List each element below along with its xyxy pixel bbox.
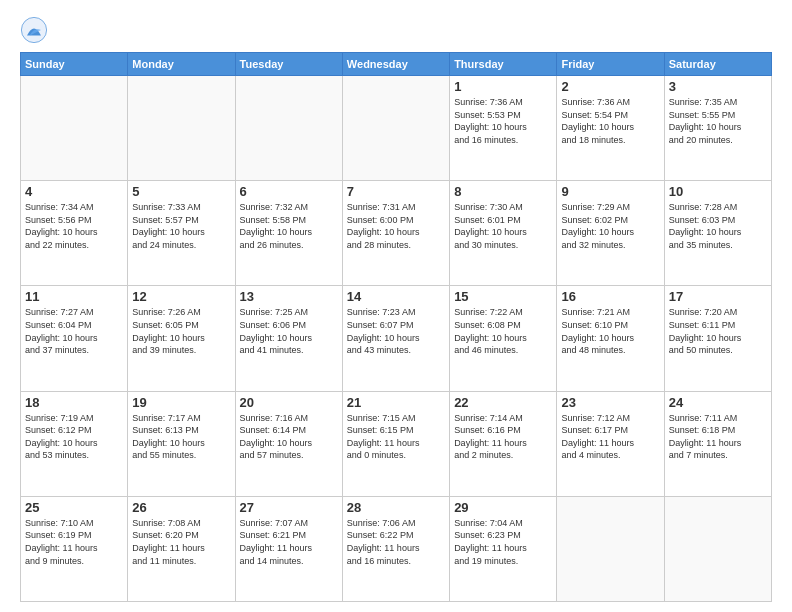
calendar-cell: 16Sunrise: 7:21 AM Sunset: 6:10 PM Dayli… — [557, 286, 664, 391]
day-number: 14 — [347, 289, 445, 304]
calendar-cell: 8Sunrise: 7:30 AM Sunset: 6:01 PM Daylig… — [450, 181, 557, 286]
day-number: 4 — [25, 184, 123, 199]
calendar-header-row: SundayMondayTuesdayWednesdayThursdayFrid… — [21, 53, 772, 76]
calendar-cell: 20Sunrise: 7:16 AM Sunset: 6:14 PM Dayli… — [235, 391, 342, 496]
calendar-cell: 18Sunrise: 7:19 AM Sunset: 6:12 PM Dayli… — [21, 391, 128, 496]
day-info: Sunrise: 7:35 AM Sunset: 5:55 PM Dayligh… — [669, 96, 767, 146]
day-number: 11 — [25, 289, 123, 304]
day-info: Sunrise: 7:36 AM Sunset: 5:54 PM Dayligh… — [561, 96, 659, 146]
calendar-cell: 19Sunrise: 7:17 AM Sunset: 6:13 PM Dayli… — [128, 391, 235, 496]
week-row: 25Sunrise: 7:10 AM Sunset: 6:19 PM Dayli… — [21, 496, 772, 601]
day-number: 17 — [669, 289, 767, 304]
day-number: 24 — [669, 395, 767, 410]
calendar-cell: 17Sunrise: 7:20 AM Sunset: 6:11 PM Dayli… — [664, 286, 771, 391]
day-number: 1 — [454, 79, 552, 94]
day-number: 9 — [561, 184, 659, 199]
day-number: 13 — [240, 289, 338, 304]
calendar-day-header: Sunday — [21, 53, 128, 76]
calendar-day-header: Friday — [557, 53, 664, 76]
week-row: 1Sunrise: 7:36 AM Sunset: 5:53 PM Daylig… — [21, 76, 772, 181]
calendar-cell: 3Sunrise: 7:35 AM Sunset: 5:55 PM Daylig… — [664, 76, 771, 181]
day-info: Sunrise: 7:19 AM Sunset: 6:12 PM Dayligh… — [25, 412, 123, 462]
day-info: Sunrise: 7:30 AM Sunset: 6:01 PM Dayligh… — [454, 201, 552, 251]
day-number: 10 — [669, 184, 767, 199]
day-number: 15 — [454, 289, 552, 304]
calendar-cell: 24Sunrise: 7:11 AM Sunset: 6:18 PM Dayli… — [664, 391, 771, 496]
day-info: Sunrise: 7:23 AM Sunset: 6:07 PM Dayligh… — [347, 306, 445, 356]
day-number: 29 — [454, 500, 552, 515]
calendar-cell — [664, 496, 771, 601]
day-number: 19 — [132, 395, 230, 410]
day-info: Sunrise: 7:15 AM Sunset: 6:15 PM Dayligh… — [347, 412, 445, 462]
day-number: 28 — [347, 500, 445, 515]
day-info: Sunrise: 7:07 AM Sunset: 6:21 PM Dayligh… — [240, 517, 338, 567]
day-info: Sunrise: 7:20 AM Sunset: 6:11 PM Dayligh… — [669, 306, 767, 356]
day-number: 25 — [25, 500, 123, 515]
day-info: Sunrise: 7:31 AM Sunset: 6:00 PM Dayligh… — [347, 201, 445, 251]
day-info: Sunrise: 7:16 AM Sunset: 6:14 PM Dayligh… — [240, 412, 338, 462]
day-info: Sunrise: 7:06 AM Sunset: 6:22 PM Dayligh… — [347, 517, 445, 567]
calendar-table: SundayMondayTuesdayWednesdayThursdayFrid… — [20, 52, 772, 602]
day-info: Sunrise: 7:11 AM Sunset: 6:18 PM Dayligh… — [669, 412, 767, 462]
calendar-cell: 6Sunrise: 7:32 AM Sunset: 5:58 PM Daylig… — [235, 181, 342, 286]
day-number: 7 — [347, 184, 445, 199]
day-number: 12 — [132, 289, 230, 304]
day-info: Sunrise: 7:22 AM Sunset: 6:08 PM Dayligh… — [454, 306, 552, 356]
day-number: 26 — [132, 500, 230, 515]
day-info: Sunrise: 7:08 AM Sunset: 6:20 PM Dayligh… — [132, 517, 230, 567]
day-info: Sunrise: 7:25 AM Sunset: 6:06 PM Dayligh… — [240, 306, 338, 356]
calendar-day-header: Saturday — [664, 53, 771, 76]
calendar-cell: 1Sunrise: 7:36 AM Sunset: 5:53 PM Daylig… — [450, 76, 557, 181]
day-info: Sunrise: 7:36 AM Sunset: 5:53 PM Dayligh… — [454, 96, 552, 146]
day-number: 2 — [561, 79, 659, 94]
day-info: Sunrise: 7:27 AM Sunset: 6:04 PM Dayligh… — [25, 306, 123, 356]
calendar-cell: 26Sunrise: 7:08 AM Sunset: 6:20 PM Dayli… — [128, 496, 235, 601]
calendar-cell — [557, 496, 664, 601]
day-info: Sunrise: 7:26 AM Sunset: 6:05 PM Dayligh… — [132, 306, 230, 356]
day-number: 20 — [240, 395, 338, 410]
week-row: 18Sunrise: 7:19 AM Sunset: 6:12 PM Dayli… — [21, 391, 772, 496]
calendar-cell: 23Sunrise: 7:12 AM Sunset: 6:17 PM Dayli… — [557, 391, 664, 496]
day-number: 27 — [240, 500, 338, 515]
week-row: 4Sunrise: 7:34 AM Sunset: 5:56 PM Daylig… — [21, 181, 772, 286]
day-number: 5 — [132, 184, 230, 199]
day-number: 3 — [669, 79, 767, 94]
calendar-cell — [342, 76, 449, 181]
calendar-cell: 22Sunrise: 7:14 AM Sunset: 6:16 PM Dayli… — [450, 391, 557, 496]
day-info: Sunrise: 7:32 AM Sunset: 5:58 PM Dayligh… — [240, 201, 338, 251]
calendar-cell — [128, 76, 235, 181]
calendar-cell: 14Sunrise: 7:23 AM Sunset: 6:07 PM Dayli… — [342, 286, 449, 391]
page: SundayMondayTuesdayWednesdayThursdayFrid… — [0, 0, 792, 612]
day-number: 23 — [561, 395, 659, 410]
calendar-cell — [21, 76, 128, 181]
day-number: 22 — [454, 395, 552, 410]
day-info: Sunrise: 7:28 AM Sunset: 6:03 PM Dayligh… — [669, 201, 767, 251]
day-info: Sunrise: 7:12 AM Sunset: 6:17 PM Dayligh… — [561, 412, 659, 462]
calendar-cell: 2Sunrise: 7:36 AM Sunset: 5:54 PM Daylig… — [557, 76, 664, 181]
calendar-cell: 27Sunrise: 7:07 AM Sunset: 6:21 PM Dayli… — [235, 496, 342, 601]
calendar-cell: 28Sunrise: 7:06 AM Sunset: 6:22 PM Dayli… — [342, 496, 449, 601]
day-number: 8 — [454, 184, 552, 199]
day-info: Sunrise: 7:17 AM Sunset: 6:13 PM Dayligh… — [132, 412, 230, 462]
calendar-cell: 11Sunrise: 7:27 AM Sunset: 6:04 PM Dayli… — [21, 286, 128, 391]
calendar-day-header: Monday — [128, 53, 235, 76]
day-number: 16 — [561, 289, 659, 304]
calendar-cell: 25Sunrise: 7:10 AM Sunset: 6:19 PM Dayli… — [21, 496, 128, 601]
calendar-cell: 9Sunrise: 7:29 AM Sunset: 6:02 PM Daylig… — [557, 181, 664, 286]
calendar-cell: 13Sunrise: 7:25 AM Sunset: 6:06 PM Dayli… — [235, 286, 342, 391]
calendar-cell — [235, 76, 342, 181]
calendar-cell: 7Sunrise: 7:31 AM Sunset: 6:00 PM Daylig… — [342, 181, 449, 286]
calendar-cell: 4Sunrise: 7:34 AM Sunset: 5:56 PM Daylig… — [21, 181, 128, 286]
calendar-cell: 5Sunrise: 7:33 AM Sunset: 5:57 PM Daylig… — [128, 181, 235, 286]
day-info: Sunrise: 7:33 AM Sunset: 5:57 PM Dayligh… — [132, 201, 230, 251]
logo — [20, 16, 52, 44]
day-info: Sunrise: 7:34 AM Sunset: 5:56 PM Dayligh… — [25, 201, 123, 251]
calendar-day-header: Tuesday — [235, 53, 342, 76]
calendar-cell: 15Sunrise: 7:22 AM Sunset: 6:08 PM Dayli… — [450, 286, 557, 391]
calendar-cell: 21Sunrise: 7:15 AM Sunset: 6:15 PM Dayli… — [342, 391, 449, 496]
calendar-cell: 12Sunrise: 7:26 AM Sunset: 6:05 PM Dayli… — [128, 286, 235, 391]
day-info: Sunrise: 7:04 AM Sunset: 6:23 PM Dayligh… — [454, 517, 552, 567]
calendar-day-header: Wednesday — [342, 53, 449, 76]
day-number: 6 — [240, 184, 338, 199]
day-number: 18 — [25, 395, 123, 410]
